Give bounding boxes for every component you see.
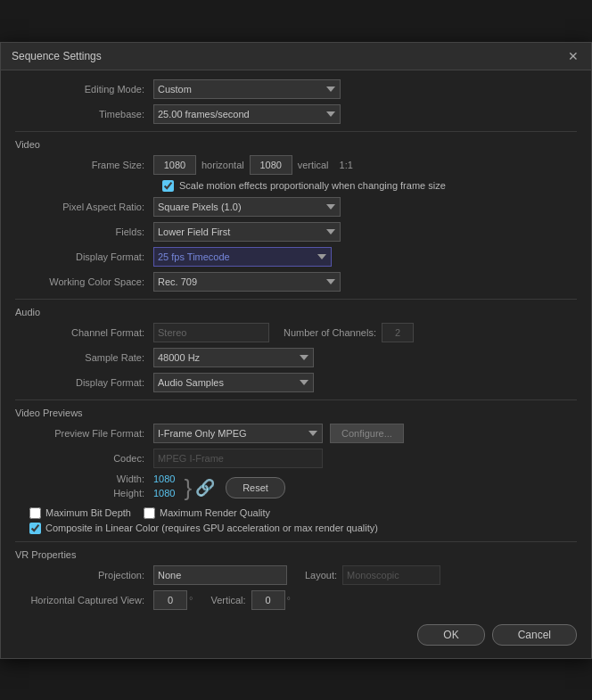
sample-rate-select[interactable]: 48000 Hz — [153, 348, 314, 367]
bit-depth-render-row: Maximum Bit Depth Maximum Render Quality — [15, 507, 577, 519]
codec-row: Codec: — [15, 449, 577, 468]
working-color-space-row: Working Color Space: Rec. 709 — [15, 272, 577, 292]
vertical-vr-input[interactable] — [251, 590, 285, 610]
height-row: Height: 1080 — [15, 488, 175, 498]
preview-file-format-label: Preview File Format: — [15, 428, 153, 439]
display-format-video-select[interactable]: 25 fps Timecode — [153, 247, 332, 267]
audio-section-label: Audio — [15, 307, 577, 317]
timebase-select[interactable]: 25.00 frames/second — [153, 104, 341, 124]
frame-size-inputs: horizontal vertical 1:1 — [153, 155, 353, 175]
projection-row: Projection: None Layout: — [15, 565, 577, 585]
video-section-label: Video — [15, 139, 577, 150]
scale-checkbox-label[interactable]: Scale motion effects proportionally when… — [179, 180, 446, 191]
scale-checkbox[interactable] — [162, 180, 174, 192]
display-format-video-label: Display Format: — [15, 251, 153, 262]
divider-3 — [15, 399, 577, 400]
height-value: 1080 — [153, 488, 175, 498]
bracket-icon: } — [184, 476, 192, 499]
chain-link-icon: 🔗 — [195, 478, 215, 498]
codec-label: Codec: — [15, 453, 153, 464]
preview-file-format-row: Preview File Format: I-Frame Only MPEG C… — [15, 424, 577, 443]
ok-button[interactable]: OK — [417, 624, 484, 646]
dialog-title: Sequence Settings — [12, 50, 102, 62]
editing-mode-row: Editing Mode: Custom — [15, 79, 577, 99]
width-height-chain-group: Width: 1080 Height: 1080 } 🔗 Reset — [15, 474, 577, 502]
timebase-label: Timebase: — [15, 109, 153, 119]
width-row: Width: 1080 — [15, 474, 175, 484]
pixel-aspect-label: Pixel Aspect Ratio: — [15, 202, 153, 212]
composite-linear-checkbox[interactable] — [29, 523, 41, 534]
degree-symbol-h: ° — [189, 595, 193, 605]
aspect-ratio: 1:1 — [340, 160, 353, 170]
preview-file-format-select[interactable]: I-Frame Only MPEG — [153, 424, 323, 443]
display-format-audio-label: Display Format: — [15, 377, 153, 388]
degree-symbol-v: ° — [287, 595, 291, 605]
width-label: Width: — [15, 474, 153, 484]
height-label: Height: — [15, 488, 153, 498]
divider-1 — [15, 131, 577, 132]
vertical-label: vertical — [298, 160, 329, 170]
fields-select[interactable]: Lower Field First — [153, 222, 341, 242]
num-channels-label: Number of Channels: — [284, 327, 376, 338]
divider-2 — [15, 299, 577, 300]
video-previews-label: Video Previews — [15, 408, 577, 418]
frame-size-v-input[interactable] — [250, 155, 292, 175]
layout-label: Layout: — [305, 570, 337, 581]
sequence-settings-dialog: Sequence Settings ✕ Editing Mode: Custom… — [0, 42, 592, 659]
max-render-quality-label[interactable]: Maximum Render Quality — [160, 507, 270, 518]
horizontal-captured-label: Horizontal Captured View: — [15, 595, 153, 605]
chain-reset-group: } 🔗 Reset — [184, 476, 284, 499]
cancel-button[interactable]: Cancel — [492, 624, 577, 646]
num-channels-input — [382, 323, 414, 342]
display-format-audio-row: Display Format: Audio Samples — [15, 373, 577, 392]
channel-format-label: Channel Format: — [15, 327, 153, 338]
working-color-space-select[interactable]: Rec. 709 — [153, 272, 341, 292]
working-color-space-label: Working Color Space: — [15, 276, 153, 287]
frame-size-row: Frame Size: horizontal vertical 1:1 — [15, 155, 577, 175]
projection-label: Projection: — [15, 570, 153, 581]
vertical-vr-label: Vertical: — [210, 595, 245, 605]
editing-mode-select[interactable]: Custom — [153, 79, 341, 99]
frame-size-label: Frame Size: — [15, 160, 153, 170]
horizontal-captured-input[interactable] — [153, 590, 187, 610]
max-render-quality-checkbox[interactable] — [144, 507, 155, 519]
timebase-row: Timebase: 25.00 frames/second — [15, 104, 577, 124]
sample-rate-row: Sample Rate: 48000 Hz — [15, 348, 577, 367]
vr-section-label: VR Properties — [15, 549, 577, 560]
layout-input — [342, 565, 440, 585]
pixel-aspect-select[interactable]: Square Pixels (1.0) — [153, 197, 341, 217]
footer-row: OK Cancel — [15, 615, 577, 647]
channel-format-input — [153, 323, 269, 342]
dialog-body: Editing Mode: Custom Timebase: 25.00 fra… — [1, 70, 591, 658]
projection-select[interactable]: None — [153, 565, 287, 585]
max-bit-depth-label[interactable]: Maximum Bit Depth — [45, 507, 131, 518]
scale-checkbox-row: Scale motion effects proportionally when… — [15, 180, 577, 192]
width-value: 1080 — [153, 474, 175, 484]
composite-linear-row: Composite in Linear Color (requires GPU … — [15, 523, 577, 534]
sample-rate-label: Sample Rate: — [15, 352, 153, 363]
fields-label: Fields: — [15, 226, 153, 237]
reset-button[interactable]: Reset — [226, 477, 285, 498]
pixel-aspect-row: Pixel Aspect Ratio: Square Pixels (1.0) — [15, 197, 577, 217]
configure-button[interactable]: Configure... — [330, 424, 404, 443]
frame-size-h-input[interactable] — [153, 155, 196, 175]
title-bar: Sequence Settings ✕ — [1, 43, 591, 70]
display-format-audio-select[interactable]: Audio Samples — [153, 373, 314, 392]
captured-view-row: Horizontal Captured View: ° Vertical: ° — [15, 590, 577, 610]
channel-format-row: Channel Format: Number of Channels: — [15, 323, 577, 342]
max-bit-depth-checkbox[interactable] — [29, 507, 41, 519]
wh-inputs: Width: 1080 Height: 1080 — [15, 474, 175, 502]
fields-row: Fields: Lower Field First — [15, 222, 577, 242]
horizontal-label: horizontal — [201, 160, 244, 170]
composite-linear-label[interactable]: Composite in Linear Color (requires GPU … — [45, 523, 378, 533]
divider-4 — [15, 541, 577, 542]
editing-mode-label: Editing Mode: — [15, 84, 153, 95]
close-button[interactable]: ✕ — [566, 50, 580, 62]
display-format-video-row: Display Format: 25 fps Timecode — [15, 247, 577, 267]
codec-input — [153, 449, 323, 468]
